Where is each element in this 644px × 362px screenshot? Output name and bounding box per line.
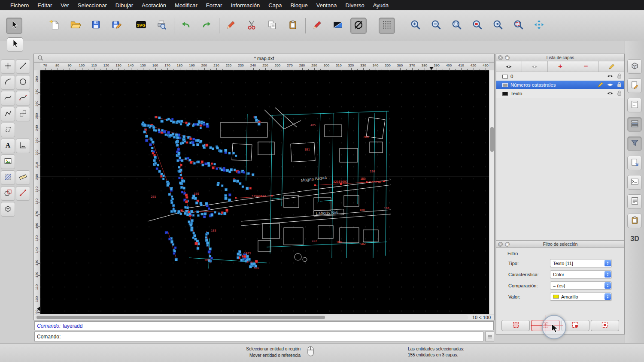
layer-row-0[interactable]: 0 bbox=[496, 72, 624, 81]
measure-tool-button[interactable] bbox=[16, 170, 30, 185]
line-attributes-button[interactable] bbox=[330, 18, 346, 34]
menu-fichero[interactable]: Fichero bbox=[6, 2, 33, 9]
zoom-in-button[interactable] bbox=[407, 18, 423, 34]
menu-ventana[interactable]: Ventana bbox=[312, 2, 341, 9]
filter-select-comparacion[interactable]: = (es)▲▼ bbox=[550, 281, 612, 290]
line-tool-button[interactable] bbox=[16, 59, 30, 74]
zoom-previous-button[interactable] bbox=[489, 18, 506, 34]
svg-export-button[interactable]: SVG bbox=[133, 18, 149, 34]
menu-acotacion[interactable]: Acotación bbox=[137, 2, 170, 9]
zoom-window-button[interactable] bbox=[510, 18, 526, 34]
paste-button[interactable] bbox=[285, 18, 301, 34]
print-preview-button[interactable] bbox=[153, 18, 170, 34]
undo-button[interactable] bbox=[178, 18, 194, 34]
drawing-canvas[interactable]: 5256369352563694525636934B52B01B11B62B51… bbox=[40, 70, 489, 314]
select-by-filter-button[interactable] bbox=[501, 320, 530, 331]
edit-layer-icon[interactable] bbox=[598, 82, 603, 88]
edit-entity-button[interactable] bbox=[309, 18, 325, 34]
show-diameter-button[interactable] bbox=[350, 18, 367, 34]
horizontal-scrollbar[interactable] bbox=[35, 315, 468, 320]
vertical-scrollbar-thumb[interactable] bbox=[490, 127, 494, 152]
add-layer-button[interactable]: + bbox=[548, 61, 574, 72]
drawing-window-titlebar[interactable]: * map.dxf bbox=[34, 54, 494, 63]
show-all-layers-button[interactable] bbox=[496, 61, 522, 72]
hide-all-layers-button[interactable] bbox=[522, 61, 548, 72]
menu-ayuda[interactable]: Ayuda bbox=[369, 2, 393, 9]
menu-bloque[interactable]: Bloque bbox=[286, 2, 312, 9]
image-tool-button[interactable] bbox=[1, 154, 15, 169]
menu-diverso[interactable]: Diverso bbox=[341, 2, 369, 9]
layer-row-texto[interactable]: Texto bbox=[496, 89, 624, 98]
cut-button[interactable] bbox=[243, 18, 260, 34]
v-ruler-label: 210 bbox=[35, 160, 39, 170]
property-editor-panel-button[interactable] bbox=[627, 98, 642, 112]
new-file-button[interactable] bbox=[46, 18, 63, 34]
close-panel-icon[interactable]: ✕ bbox=[498, 242, 503, 247]
command-history-panel-button[interactable] bbox=[627, 175, 642, 190]
command-history-toggle-button[interactable] bbox=[485, 332, 494, 341]
layer-visibility-icon[interactable] bbox=[607, 74, 614, 79]
grid-toggle-button[interactable] bbox=[379, 18, 395, 34]
freehand-tool-button[interactable] bbox=[1, 91, 15, 106]
box3d-tool-button[interactable] bbox=[1, 202, 15, 217]
layer-lock-icon[interactable] bbox=[617, 82, 622, 88]
intersect-selection-button[interactable] bbox=[591, 320, 619, 331]
menu-modificar[interactable]: Modificar bbox=[170, 2, 202, 9]
menu-editar[interactable]: Editar bbox=[33, 2, 56, 9]
menu-ver[interactable]: Ver bbox=[56, 2, 73, 9]
horizontal-scrollbar-thumb[interactable] bbox=[36, 316, 325, 319]
pan-button[interactable] bbox=[531, 18, 547, 34]
menu-forzar[interactable]: Forzar bbox=[202, 2, 227, 9]
save-file-button[interactable] bbox=[88, 18, 104, 34]
layer-lock-icon[interactable] bbox=[617, 90, 622, 97]
svg-text:SVG: SVG bbox=[137, 23, 145, 27]
selection-tool-button[interactable] bbox=[7, 37, 23, 52]
edit-layer-button[interactable] bbox=[599, 61, 624, 72]
select-region-tool-button[interactable] bbox=[1, 123, 15, 137]
draw-pencil-button[interactable] bbox=[223, 18, 239, 34]
close-panel-icon[interactable]: ✕ bbox=[498, 55, 503, 60]
layer-lock-icon[interactable] bbox=[617, 73, 622, 80]
text-tool-button[interactable]: A bbox=[1, 139, 15, 153]
red-line-tool-button[interactable] bbox=[16, 186, 30, 201]
cad-block-panel-button[interactable] bbox=[627, 59, 642, 74]
clipboard-panel-button[interactable] bbox=[627, 214, 642, 228]
point-tool-button[interactable] bbox=[1, 59, 15, 74]
text-console-panel-button[interactable] bbox=[627, 194, 642, 209]
detach-panel-icon[interactable]: ▣ bbox=[505, 242, 510, 247]
circle-square-tool-button[interactable] bbox=[1, 186, 15, 201]
menu-seleccionar[interactable]: Seleccionar bbox=[73, 2, 111, 9]
remove-layer-button[interactable]: − bbox=[573, 61, 599, 72]
save-file-as-button[interactable] bbox=[108, 18, 125, 34]
layer-visibility-icon[interactable] bbox=[607, 82, 614, 88]
redo-button[interactable] bbox=[198, 18, 215, 34]
menu-dibujar[interactable]: Dibujar bbox=[111, 2, 137, 9]
zoom-selection-button[interactable] bbox=[469, 18, 485, 34]
filter-select-valor[interactable]: Amarillo▲▼ bbox=[550, 293, 612, 301]
view-navigator-panel-button[interactable] bbox=[627, 156, 642, 170]
layer-row-numeros-catastrales[interactable]: Números catastrales bbox=[496, 81, 624, 89]
select-cursor-button[interactable] bbox=[6, 18, 22, 34]
filter-select-caracteristica[interactable]: Color▲▼ bbox=[550, 270, 612, 278]
circle-tool-button[interactable] bbox=[16, 75, 30, 90]
copy-button[interactable] bbox=[264, 18, 280, 34]
filter-select-tipo[interactable]: Texto [11]▲▼ bbox=[550, 259, 612, 267]
attribute-editor-panel-button[interactable] bbox=[627, 78, 642, 93]
shapes-tool-button[interactable] bbox=[16, 107, 30, 121]
vertical-scrollbar[interactable] bbox=[489, 70, 494, 314]
arc-tool-button[interactable] bbox=[1, 75, 15, 90]
menu-capa[interactable]: Capa bbox=[264, 2, 286, 9]
zoom-out-button[interactable] bbox=[428, 18, 444, 34]
polyline-tool-button[interactable] bbox=[1, 107, 15, 121]
spline-tool-button[interactable] bbox=[16, 91, 30, 106]
detach-panel-icon[interactable]: ▣ bbox=[505, 55, 510, 60]
layer-list-panel-button[interactable] bbox=[627, 117, 642, 132]
zoom-auto-button[interactable] bbox=[448, 18, 465, 34]
layer-visibility-icon[interactable] bbox=[607, 91, 614, 97]
hatch-tool-button[interactable] bbox=[1, 170, 15, 185]
selection-filter-panel-button[interactable] bbox=[627, 136, 642, 151]
menu-informacion[interactable]: Información bbox=[226, 2, 264, 9]
open-file-button[interactable] bbox=[67, 18, 83, 34]
dimension-tool-button[interactable] bbox=[16, 139, 30, 153]
command-input[interactable]: Comando: bbox=[34, 332, 483, 341]
